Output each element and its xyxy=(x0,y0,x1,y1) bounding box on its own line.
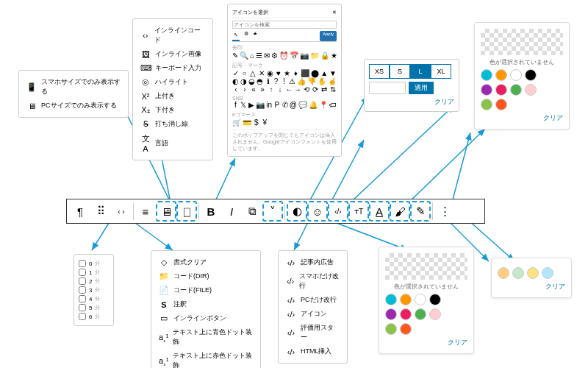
menu-item[interactable]: S̶打ち消し線 xyxy=(137,117,208,131)
menu-item[interactable]: 📱スマホサイズでのみ表示する xyxy=(24,75,123,99)
apply-button[interactable]: Apply xyxy=(320,31,337,41)
display-button[interactable]: 🖥 xyxy=(156,201,176,222)
swatch[interactable] xyxy=(498,267,509,279)
menu-item[interactable]: ‹/›HTML挿入 xyxy=(283,344,343,358)
clear-link[interactable]: クリア xyxy=(498,282,565,291)
brush-button[interactable]: ◐ xyxy=(287,201,307,222)
clear-link[interactable]: クリア xyxy=(385,338,467,347)
icon-picker-title: アイコンを選択 xyxy=(232,9,268,16)
folder-icon: 📁 xyxy=(159,272,169,281)
swatch[interactable] xyxy=(400,294,412,305)
menu-item[interactable]: ◎ハイライト xyxy=(137,75,208,89)
swatch[interactable] xyxy=(495,84,507,96)
menu-item[interactable]: 🖥PCサイズでのみ表示する xyxy=(24,99,123,113)
menu-item[interactable]: ⌨キーボード入力 xyxy=(137,61,208,75)
swatch[interactable] xyxy=(510,69,522,81)
swatch[interactable] xyxy=(525,69,537,81)
move-button[interactable]: ‹ › xyxy=(111,201,132,222)
menu-item[interactable]: X²上付き xyxy=(137,89,208,103)
note-icon: S xyxy=(159,300,169,309)
swatch[interactable] xyxy=(429,308,441,320)
menu-item[interactable]: 📄コード(FILE) xyxy=(156,283,256,297)
num-row[interactable]: 1分 xyxy=(79,268,109,277)
close-icon[interactable]: ✕ xyxy=(332,10,337,15)
drag-button[interactable]: ⠿ xyxy=(90,201,111,222)
text-size-button[interactable]: ᴛT xyxy=(348,201,369,222)
menu-item[interactable]: 🖼インライン画像 xyxy=(137,47,208,61)
swatch[interactable] xyxy=(385,308,397,320)
more-button[interactable]: ˅ xyxy=(262,201,283,222)
swatch[interactable] xyxy=(510,84,522,96)
menu-item[interactable]: 文A言語 xyxy=(137,131,208,155)
code-icon: ‹/› xyxy=(286,258,296,267)
more-options-button[interactable]: ⋮ xyxy=(434,201,455,222)
menu-item[interactable]: X₂下付き xyxy=(137,103,208,117)
icon-search-input[interactable] xyxy=(232,21,337,29)
link-button[interactable]: ⧉ xyxy=(242,201,262,222)
swatch[interactable] xyxy=(525,84,537,96)
swatch[interactable] xyxy=(400,323,412,335)
icon-picker-panel: アイコンを選択 ✕ ✎⚙★ Apply 矢印 ✎🔍⌂☰✉⚙⏰📅📷📁🔒★ 記号・マ… xyxy=(227,4,342,157)
num-row[interactable]: 0分 xyxy=(79,259,109,268)
emoji-button[interactable]: ☺ xyxy=(307,201,328,222)
num-row[interactable]: 5分 xyxy=(79,303,109,312)
swatch[interactable] xyxy=(481,99,492,110)
apply-button[interactable]: 適用 xyxy=(409,82,434,94)
swatch[interactable] xyxy=(542,267,553,279)
subscript-icon: X₂ xyxy=(140,105,151,115)
size-input[interactable] xyxy=(369,82,406,94)
menu-item[interactable]: S注釈 xyxy=(156,297,256,311)
swatch[interactable] xyxy=(495,69,507,81)
menu-item[interactable]: ‹/›記事内広告 xyxy=(283,255,343,269)
swatch[interactable] xyxy=(512,267,524,279)
code-button[interactable]: ‹/› xyxy=(328,201,348,222)
swatch[interactable] xyxy=(385,323,397,335)
swatch[interactable] xyxy=(495,99,507,110)
keyboard-icon: ⌨ xyxy=(140,63,151,73)
clear-link[interactable]: クリア xyxy=(481,113,563,123)
align-button[interactable]: ≡ xyxy=(135,201,156,222)
swatch[interactable] xyxy=(481,69,492,81)
pen-button[interactable]: ✎ xyxy=(410,201,431,222)
clear-link[interactable]: クリア xyxy=(369,97,454,107)
box-button[interactable]: ⎕ xyxy=(176,201,197,222)
code-icon: ‹/› xyxy=(286,347,296,356)
bold-button[interactable]: B xyxy=(201,201,221,222)
menu-item[interactable]: 📁コード(DIR) xyxy=(156,269,256,283)
menu-item[interactable]: a¸¹テキスト上に青色ドット装飾 xyxy=(156,325,256,349)
size-panel: XS S L XL 適用 クリア xyxy=(364,59,459,112)
size-s[interactable]: S xyxy=(390,64,410,79)
highlight-button[interactable]: 🖌 xyxy=(390,201,410,222)
swatch[interactable] xyxy=(429,294,441,305)
display-size-menu: 📱スマホサイズでのみ表示する 🖥PCサイズでのみ表示する xyxy=(18,70,129,118)
swatch[interactable] xyxy=(481,84,492,96)
swatch[interactable] xyxy=(385,294,397,305)
num-row[interactable]: 6分 xyxy=(79,312,109,321)
text-color-button[interactable]: A xyxy=(369,201,390,222)
menu-item[interactable]: ◇書式クリア xyxy=(156,255,256,269)
highlight-icon: ◎ xyxy=(140,77,151,87)
menu-item[interactable]: ‹›インラインコード xyxy=(137,24,208,47)
num-row[interactable]: 4分 xyxy=(79,294,109,303)
code-insert-menu: ‹/›記事内広告 ‹/›スマホだけ改行 ‹/›PCだけ改行 ‹/›アイコン ‹/… xyxy=(278,250,348,364)
paragraph-button[interactable]: ¶ xyxy=(70,201,90,222)
size-xl[interactable]: XL xyxy=(431,64,451,79)
swatch[interactable] xyxy=(415,294,426,305)
icon-row[interactable]: ✎🔍⌂☰✉⚙⏰📅📷📁🔒★ xyxy=(232,52,337,60)
swatch[interactable] xyxy=(400,308,412,320)
menu-item[interactable]: ‹/›スマホだけ改行 xyxy=(283,269,343,293)
menu-item[interactable]: ▭インラインボタン xyxy=(156,311,256,325)
size-l[interactable]: L xyxy=(410,64,431,79)
size-xs[interactable]: XS xyxy=(369,64,390,79)
num-row[interactable]: 2分 xyxy=(79,277,109,286)
italic-button[interactable]: I xyxy=(221,201,242,222)
swatch[interactable] xyxy=(527,267,539,279)
menu-item[interactable]: ‹/›PCだけ改行 xyxy=(283,293,343,307)
swatch[interactable] xyxy=(415,308,426,320)
menu-item[interactable]: a¸¹テキスト上に赤色ドット装飾 xyxy=(156,349,256,368)
num-row[interactable]: 3分 xyxy=(79,286,109,294)
code-icon: ‹/› xyxy=(286,296,296,305)
menu-item[interactable]: ‹/›評価用スター xyxy=(283,321,343,344)
menu-item[interactable]: ‹/›アイコン xyxy=(283,307,343,321)
format-menu: ◇書式クリア 📁コード(DIR) 📄コード(FILE) S注釈 ▭インラインボタ… xyxy=(151,250,261,368)
